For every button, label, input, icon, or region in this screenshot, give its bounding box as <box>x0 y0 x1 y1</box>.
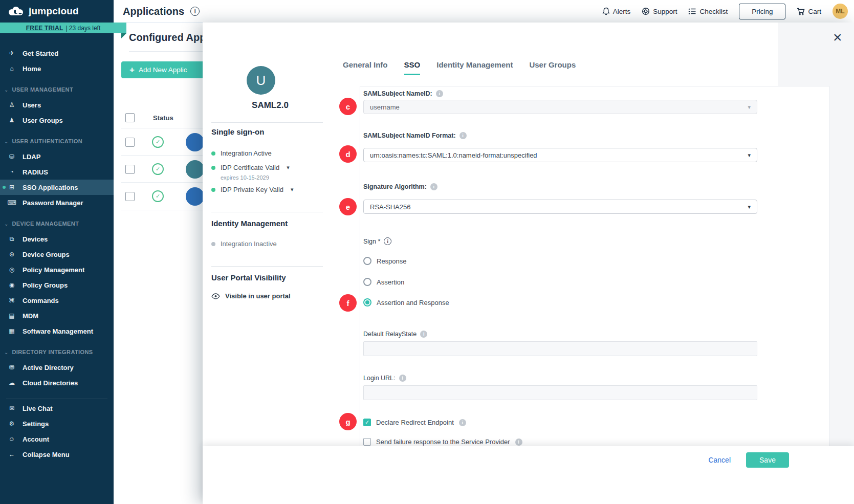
caret-down-icon[interactable]: ▾ <box>291 186 294 193</box>
radio-icon[interactable] <box>363 257 371 265</box>
sidebar-item-software-management[interactable]: ▦ Software Management <box>0 323 114 339</box>
pricing-button[interactable]: Pricing <box>739 4 785 19</box>
sidebar-item-devices[interactable]: ⧉ Devices <box>0 231 114 247</box>
radio-checked-icon[interactable] <box>363 298 371 306</box>
sidebar-section-directory-integrations[interactable]: ⌄ DIRECTORY INTEGRATIONS <box>0 344 114 360</box>
declare-redirect-checkbox-row[interactable]: ✓ Declare Redirect Endpoint i <box>363 419 466 426</box>
chevron-down-icon: ⌄ <box>4 349 8 355</box>
radio-assertion[interactable]: Assertion <box>363 278 404 286</box>
checklist-icon <box>688 8 696 15</box>
jumpcloud-logo[interactable]: jumpcloud <box>0 0 114 23</box>
dropdown-arrow-icon: ▾ <box>748 104 751 111</box>
checkbox-checked-icon[interactable]: ✓ <box>363 419 371 426</box>
info-icon[interactable]: i <box>190 7 200 16</box>
radio-response[interactable]: Response <box>363 257 407 265</box>
login-url-input[interactable] <box>363 385 757 400</box>
nameid-select[interactable]: username ▾ <box>363 100 757 114</box>
checkbox-icon[interactable] <box>363 438 371 446</box>
portal-visibility-item: Visible in user portal <box>211 292 291 300</box>
cloud-icon: ☁ <box>7 379 16 386</box>
checklist-button[interactable]: Checklist <box>688 8 728 15</box>
row-checkbox[interactable] <box>125 165 135 174</box>
sidebar-item-commands[interactable]: ⌘ Commands <box>0 293 114 308</box>
alerts-button[interactable]: Alerts <box>602 7 631 15</box>
dropdown-arrow-icon: ▾ <box>748 152 751 159</box>
sidebar-item-sso-applications[interactable]: ⊞ SSO Applications <box>0 180 114 195</box>
close-icon[interactable]: × <box>833 30 842 45</box>
app-avatar: U <box>247 66 275 95</box>
row-checkbox[interactable] <box>125 192 135 201</box>
top-header: Applications i Alerts Support Checklist … <box>114 0 854 23</box>
sidebar-item-live-chat[interactable]: ✉ Live Chat <box>0 401 114 416</box>
modal-footer: Cancel Save <box>203 446 854 504</box>
sidebar-item-cloud-directories[interactable]: ☁ Cloud Directories <box>0 375 114 390</box>
cart-button[interactable]: Cart <box>797 8 821 15</box>
user-icon: ♙ <box>7 101 16 108</box>
sidebar-item-collapse-menu[interactable]: ← Collapse Menu <box>0 447 114 462</box>
select-all-checkbox[interactable] <box>125 113 135 122</box>
annotation-badge-c: c <box>339 98 357 115</box>
info-icon[interactable]: i <box>430 183 437 190</box>
sidebar-section-user-authentication[interactable]: ⌄ USER AUTHENTICATION <box>0 134 114 149</box>
sidebar-section-user-management[interactable]: ⌄ USER MANAGEMENT <box>0 82 114 97</box>
send-failure-checkbox-row[interactable]: Send failure response to the Service Pro… <box>363 438 522 446</box>
save-button[interactable]: Save <box>746 452 789 468</box>
chevron-down-icon: ⌄ <box>4 139 8 144</box>
configured-apps-heading: Configured App <box>129 32 206 43</box>
status-column-header: Status <box>153 114 173 122</box>
user-avatar[interactable]: ML <box>833 4 848 19</box>
info-icon[interactable]: i <box>515 439 522 446</box>
sidebar-item-user-groups[interactable]: ♟ User Groups <box>0 113 114 128</box>
sidebar-item-settings[interactable]: ⚙ Settings <box>0 416 114 431</box>
radio-icon[interactable] <box>363 278 371 286</box>
sso-status-item: IDP Certificate Valid ▾ <box>211 164 290 171</box>
default-relaystate-input[interactable] <box>363 341 757 356</box>
devices-icon: ⧉ <box>7 235 16 243</box>
default-relaystate-label: Default RelayState i <box>363 331 427 338</box>
panel-divider <box>211 266 323 267</box>
tab-sso[interactable]: SSO <box>404 60 421 75</box>
active-directory-icon: ⛃ <box>7 364 16 371</box>
sidebar-item-device-groups[interactable]: ⊛ Device Groups <box>0 247 114 262</box>
sidebar-section-device-management[interactable]: ⌄ DEVICE MANAGEMENT <box>0 216 114 231</box>
sidebar-item-policy-groups[interactable]: ◉ Policy Groups <box>0 277 114 293</box>
info-icon[interactable]: i <box>420 331 427 338</box>
policy-icon: ◎ <box>7 266 16 273</box>
row-checkbox[interactable] <box>125 138 135 147</box>
sidebar-item-users[interactable]: ♙ Users <box>0 97 114 113</box>
sidebar-item-policy-management[interactable]: ◎ Policy Management <box>0 262 114 277</box>
home-icon: ⌂ <box>7 65 16 72</box>
radio-assertion-and-response[interactable]: Assertion and Response <box>363 298 449 306</box>
caret-down-icon[interactable]: ▾ <box>287 164 290 171</box>
apps-grid-icon: ⊞ <box>7 184 16 191</box>
support-button[interactable]: Support <box>642 7 677 15</box>
database-icon: ⛁ <box>7 153 16 160</box>
user-group-icon: ♟ <box>7 117 16 124</box>
status-dot-green <box>211 166 215 170</box>
tab-general-info[interactable]: General Info <box>343 60 388 75</box>
cancel-button[interactable]: Cancel <box>708 452 731 468</box>
sidebar-item-home[interactable]: ⌂ Home <box>0 61 114 76</box>
sidebar-item-account[interactable]: ☺ Account <box>0 431 114 447</box>
nameid-format-select[interactable]: urn:oasis:names:tc:SAML:1.0:nameid-forma… <box>363 148 757 162</box>
sidebar-item-radius[interactable]: ◔ RADIUS <box>0 164 114 180</box>
sidebar-item-ldap[interactable]: ⛁ LDAP <box>0 149 114 164</box>
info-icon[interactable]: i <box>436 90 443 97</box>
policy-groups-icon: ◉ <box>7 281 16 289</box>
signature-algorithm-select[interactable]: RSA-SHA256 ▾ <box>363 200 757 214</box>
nameid-label: SAMLSubject NameID: i <box>363 90 443 97</box>
sidebar-item-password-manager[interactable]: ⌨ Password Manager <box>0 195 114 210</box>
sidebar-item-get-started[interactable]: ✈ Get Started <box>0 46 114 61</box>
status-dot-green <box>211 151 215 156</box>
bell-icon <box>602 7 610 15</box>
free-trial-banner[interactable]: FREE TRIAL | 23 days left <box>0 23 126 33</box>
annotation-badge-g: g <box>339 413 357 430</box>
info-icon[interactable]: i <box>459 419 466 426</box>
sidebar-item-active-directory[interactable]: ⛃ Active Directory <box>0 360 114 375</box>
sidebar-item-mdm[interactable]: ▤ MDM <box>0 308 114 323</box>
info-icon[interactable]: i <box>384 237 391 245</box>
tab-identity-management[interactable]: Identity Management <box>436 60 513 75</box>
info-icon[interactable]: i <box>399 375 406 382</box>
info-icon[interactable]: i <box>459 132 467 139</box>
tab-user-groups[interactable]: User Groups <box>529 60 576 75</box>
